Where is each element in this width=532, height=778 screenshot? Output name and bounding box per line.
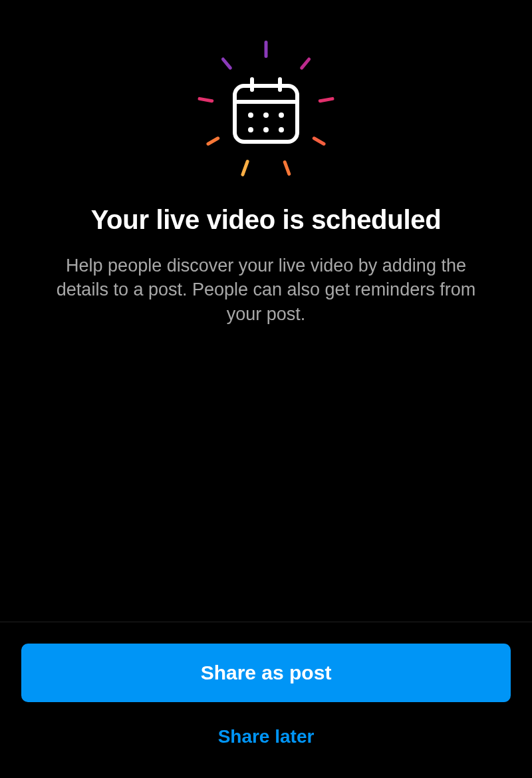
- page-title: Your live video is scheduled: [65, 205, 468, 235]
- page-subtext: Help people discover your live video by …: [0, 254, 532, 326]
- calendar-icon: [229, 74, 303, 147]
- svg-point-6: [279, 112, 284, 118]
- svg-point-5: [263, 112, 269, 118]
- svg-point-7: [248, 127, 253, 132]
- svg-point-4: [248, 112, 253, 118]
- svg-point-8: [263, 127, 269, 132]
- share-later-button[interactable]: Share later: [205, 719, 328, 754]
- share-as-post-button[interactable]: Share as post: [21, 644, 511, 702]
- calendar-celebration-icon: [193, 37, 339, 184]
- svg-point-9: [279, 127, 284, 132]
- footer-actions: Share as post Share later: [0, 622, 532, 778]
- content-area: Your live video is scheduled Help people…: [0, 0, 532, 622]
